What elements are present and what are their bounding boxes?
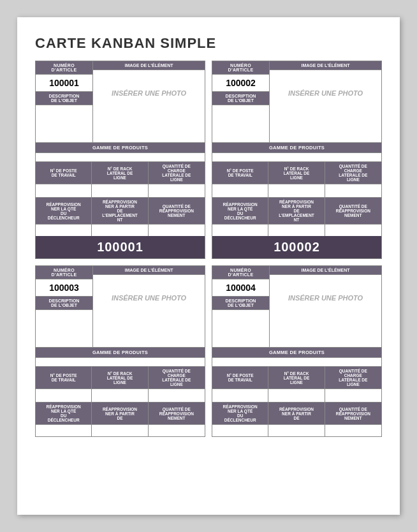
- reappro-from-2: RÉAPPROVISIONNER À PARTIRDEL'EMPLACEMENT…: [268, 198, 325, 224]
- charge-header-2: QUANTITÉ DECHARGELATÉRALE DELIGNE: [325, 162, 381, 184]
- reappro-row-3: RÉAPPROVISIONNER LA QTÉDUDÉCLENCHEUR RÉA…: [36, 403, 205, 425]
- gamme-bar-2: GAMME DE PRODUITS: [212, 142, 381, 153]
- rack-value-3: [92, 389, 148, 402]
- image-col-2: IMAGE DE L'ÉLÉMENT INSÉRER UNE PHOTO: [270, 61, 381, 142]
- charge-value-4: [325, 389, 381, 402]
- image-header-3: IMAGE DE L'ÉLÉMENT: [93, 266, 205, 275]
- image-header-2: IMAGE DE L'ÉLÉMENT: [270, 61, 381, 70]
- reappro-qty2-3: QUANTITÉ DERÉAPPROVISIONNEMENT: [149, 403, 205, 424]
- rack-header-4: N° DE RACKLATÉRAL DELIGNE: [268, 367, 325, 388]
- reappro-qte-2: RÉAPPROVISIONNER LA QTÉDUDÉCLENCHEUR: [212, 198, 268, 224]
- reappro-qty2-val-2: [325, 225, 381, 236]
- image-area-3: INSÉRER UNE PHOTO: [93, 275, 205, 321]
- kanban-card-3: NUMÉROD'ARTICLE 100003 DESCRIPTIONDE L'O…: [35, 265, 205, 437]
- value-row-2: [212, 184, 381, 198]
- kanban-card-4: NUMÉROD'ARTICLE 100004 DESCRIPTIONDE L'O…: [212, 265, 382, 437]
- value-row-3: [36, 389, 205, 403]
- rack-value-1: [92, 184, 148, 197]
- reappro-qte-val-1: [36, 225, 92, 236]
- image-header-4: IMAGE DE L'ÉLÉMENT: [270, 266, 381, 275]
- gamme-empty-3: [36, 358, 205, 367]
- reappro-qte-1: RÉAPPROVISIONNER LA QTÉDUDÉCLENCHEUR: [36, 198, 92, 224]
- description-label-2: DESCRIPTIONDE L'OBJET: [212, 92, 269, 105]
- article-number-label-4: NUMÉROD'ARTICLE: [212, 266, 269, 279]
- reappro-from-val-1: [92, 225, 148, 236]
- reappro-value-row-2: [212, 225, 381, 236]
- description-label-1: DESCRIPTIONDE L'OBJET: [36, 92, 92, 105]
- charge-header-1: QUANTITÉ DECHARGELATÉRALE DELIGNE: [149, 162, 205, 184]
- poste-header-3: N° DE POSTEDE TRAVAIL: [36, 367, 92, 388]
- image-col-1: IMAGE DE L'ÉLÉMENT INSÉRER UNE PHOTO: [93, 61, 205, 142]
- reappro-from-3: RÉAPPROVISIONNER À PARTIRDE: [92, 403, 148, 424]
- rack-value-4: [268, 389, 325, 402]
- description-box-1: [36, 105, 92, 142]
- value-row-4: [212, 389, 381, 403]
- charge-header-4: QUANTITÉ DECHARGELATÉRALE DELIGNE: [325, 367, 381, 388]
- gamme-bar-4: GAMME DE PRODUITS: [212, 347, 381, 358]
- image-area-2: INSÉRER UNE PHOTO: [270, 70, 381, 116]
- gamme-bar-3: GAMME DE PRODUITS: [36, 347, 205, 358]
- rack-header-3: N° DE RACKLATÉRAL DELIGNE: [92, 367, 148, 388]
- page-title: CARTE KANBAN SIMPLE: [35, 35, 382, 52]
- charge-value-2: [325, 184, 381, 197]
- gamme-bar-1: GAMME DE PRODUITS: [36, 142, 205, 153]
- reappro-qte-val-3: [36, 425, 92, 436]
- reappro-from-1: RÉAPPROVISIONNER À PARTIRDEL'EMPLACEMENT…: [92, 198, 148, 224]
- poste-header-2: N° DE POSTEDE TRAVAIL: [212, 162, 268, 184]
- card-top-2: NUMÉROD'ARTICLE 100002 DESCRIPTIONDE L'O…: [212, 61, 381, 142]
- reappro-from-val-3: [92, 425, 148, 436]
- article-number-4: 100004: [212, 279, 269, 297]
- page: CARTE KANBAN SIMPLE NUMÉROD'ARTICLE 1000…: [17, 17, 400, 515]
- reappro-qte-val-4: [212, 425, 268, 436]
- kanban-card-2: NUMÉROD'ARTICLE 100002 DESCRIPTIONDE L'O…: [212, 61, 382, 259]
- rack-value-2: [268, 184, 325, 197]
- article-col-3: NUMÉROD'ARTICLE 100003 DESCRIPTIONDE L'O…: [36, 266, 93, 347]
- card-top-1: NUMÉROD'ARTICLE 100001 DESCRIPTIONDE L'O…: [36, 61, 205, 142]
- charge-header-3: QUANTITÉ DECHARGELATÉRALE DELIGNE: [149, 367, 205, 388]
- reappro-row-4: RÉAPPROVISIONNER LA QTÉDUDÉCLENCHEUR RÉA…: [212, 403, 381, 425]
- reappro-value-row-4: [212, 425, 381, 436]
- kanban-card-1: NUMÉROD'ARTICLE 100001 DESCRIPTIONDE L'O…: [35, 61, 205, 259]
- charge-value-1: [149, 184, 205, 197]
- reappro-qte-3: RÉAPPROVISIONNER LA QTÉDUDÉCLENCHEUR: [36, 403, 92, 424]
- article-number-2: 100002: [212, 75, 269, 92]
- poste-value-1: [36, 184, 92, 197]
- article-number-label-1: NUMÉROD'ARTICLE: [36, 61, 92, 75]
- reappro-qty2-val-4: [325, 425, 381, 436]
- article-number-3: 100003: [36, 279, 92, 297]
- reappro-from-val-2: [268, 225, 325, 236]
- article-number-1: 100001: [36, 75, 92, 92]
- reappro-qty2-4: QUANTITÉ DERÉAPPROVISIONNEMENT: [325, 403, 381, 424]
- reappro-qty2-2: QUANTITÉ DERÉAPPROVISIONNEMENT: [325, 198, 381, 224]
- poste-value-2: [212, 184, 268, 197]
- big-number-2: 100002: [212, 236, 381, 258]
- reappro-from-4: RÉAPPROVISIONNER À PARTIRDE: [268, 403, 325, 424]
- image-col-4: IMAGE DE L'ÉLÉMENT INSÉRER UNE PHOTO: [270, 266, 381, 347]
- info-row-1: N° DE POSTEDE TRAVAIL N° DE RACKLATÉRAL …: [36, 162, 205, 184]
- reappro-qty2-val-3: [149, 425, 205, 436]
- description-label-4: DESCRIPTIONDE L'OBJET: [212, 297, 269, 310]
- reappro-from-val-4: [268, 425, 325, 436]
- image-area-1: INSÉRER UNE PHOTO: [93, 70, 205, 116]
- cards-grid: NUMÉROD'ARTICLE 100001 DESCRIPTIONDE L'O…: [35, 61, 382, 437]
- poste-value-3: [36, 389, 92, 402]
- poste-header-1: N° DE POSTEDE TRAVAIL: [36, 162, 92, 184]
- card-top-4: NUMÉROD'ARTICLE 100004 DESCRIPTIONDE L'O…: [212, 266, 381, 347]
- image-area-4: INSÉRER UNE PHOTO: [270, 275, 381, 321]
- image-placeholder-4: INSÉRER UNE PHOTO: [288, 294, 363, 302]
- reappro-qty2-1: QUANTITÉ DERÉAPPROVISIONNEMENT: [149, 198, 205, 224]
- card-top-3: NUMÉROD'ARTICLE 100003 DESCRIPTIONDE L'O…: [36, 266, 205, 347]
- big-number-1: 100001: [36, 236, 205, 258]
- rack-header-1: N° DE RACKLATÉRAL DELIGNE: [92, 162, 148, 184]
- value-row-1: [36, 184, 205, 198]
- image-placeholder-2: INSÉRER UNE PHOTO: [288, 89, 363, 97]
- article-col-4: NUMÉROD'ARTICLE 100004 DESCRIPTIONDE L'O…: [212, 266, 270, 347]
- reappro-row-1: RÉAPPROVISIONNER LA QTÉDUDÉCLENCHEUR RÉA…: [36, 198, 205, 225]
- description-box-4: [212, 310, 269, 347]
- info-row-4: N° DE POSTEDE TRAVAIL N° DE RACKLATÉRAL …: [212, 367, 381, 389]
- reappro-value-row-1: [36, 225, 205, 236]
- reappro-value-row-3: [36, 425, 205, 436]
- image-placeholder-3: INSÉRER UNE PHOTO: [112, 294, 186, 302]
- description-box-2: [212, 105, 269, 142]
- image-col-3: IMAGE DE L'ÉLÉMENT INSÉRER UNE PHOTO: [93, 266, 205, 347]
